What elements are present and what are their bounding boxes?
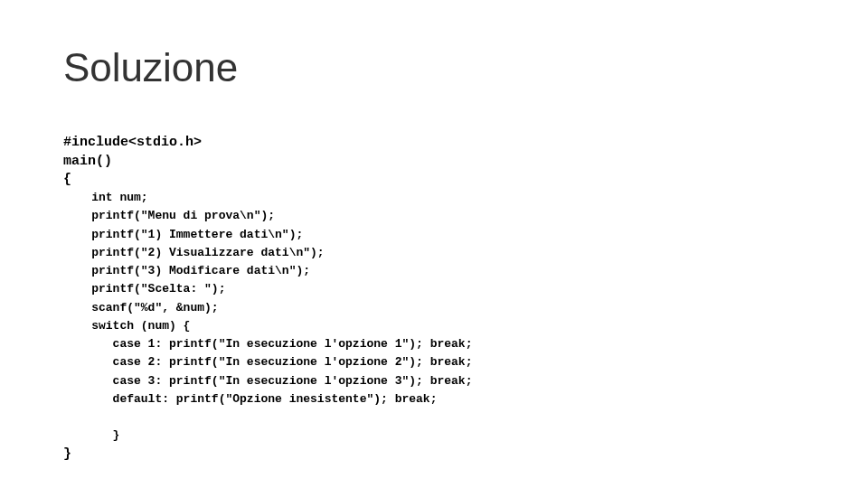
code-line: case 1: printf("In esecuzione l'opzione … [63,337,472,351]
code-line: printf("Menu di prova\n"); [63,209,275,222]
slide: Soluzione #include<stdio.h> main() { int… [0,0,868,488]
code-line: default: printf("Opzione inesistente"); … [63,392,437,406]
code-line: } [63,446,71,462]
code-line: case 3: printf("In esecuzione l'opzione … [63,374,472,388]
code-line: scanf("%d", &num); [63,301,219,314]
code-line: main() [63,154,112,169]
code-line: printf("Scelta: "); [63,282,225,296]
code-line: printf("1) Immettere dati\n"); [63,228,303,241]
page-title: Soluzione [63,45,805,90]
code-line: } [63,428,119,442]
code-line: #include<stdio.h> [63,135,202,150]
code-block: #include<stdio.h> main() { int num; prin… [63,116,805,464]
code-line: switch (num) { [63,319,190,333]
code-line: printf("2) Visualizzare dati\n"); [63,246,325,259]
code-line: printf("3) Modificare dati\n"); [63,264,310,277]
code-line: case 2: printf("In esecuzione l'opzione … [63,355,472,369]
code-line: { [63,172,71,187]
code-line: int num; [63,191,148,204]
